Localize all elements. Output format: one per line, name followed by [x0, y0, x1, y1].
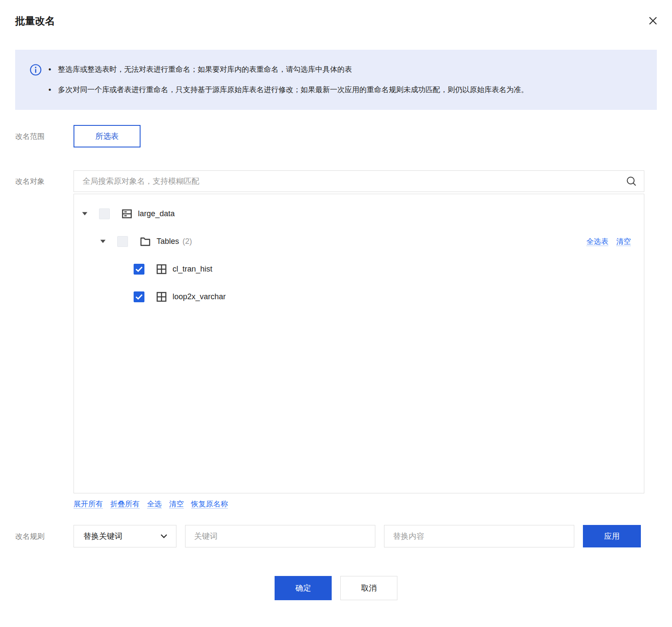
- database-checkbox[interactable]: [99, 208, 110, 219]
- selected-tables-toggle[interactable]: 所选表: [74, 125, 141, 147]
- close-button[interactable]: [645, 13, 661, 29]
- dialog-title: 批量改名: [15, 14, 657, 27]
- object-search-box: [74, 170, 644, 192]
- rename-objects-label: 改名对象: [15, 170, 74, 186]
- info-banner: 整选库或整选表时，无法对表进行重命名；如果要对库内的表重命名，请勾选库中具体的表…: [15, 50, 657, 110]
- select-all-link[interactable]: 全选: [147, 499, 162, 509]
- tables-count: (2): [182, 237, 192, 246]
- confirm-button[interactable]: 确定: [275, 576, 332, 600]
- rename-scope-row: 改名范围 所选表: [0, 125, 672, 147]
- rename-objects-row: 改名对象: [0, 170, 672, 509]
- select-all-tables-link[interactable]: 全选表: [586, 237, 608, 246]
- collapse-all-link[interactable]: 折叠所有: [110, 499, 140, 509]
- tree-row-table: cl_tran_hist: [74, 255, 644, 283]
- table-checkbox-checked[interactable]: [134, 264, 144, 275]
- object-search-input[interactable]: [83, 177, 626, 186]
- table-name: cl_tran_hist: [173, 265, 212, 274]
- tree-row-database: large_data: [74, 200, 644, 227]
- rename-rule-row: 改名规则 替换关键词 应用: [0, 525, 672, 547]
- cancel-button[interactable]: 取消: [340, 576, 397, 600]
- table-name: loop2x_varchar: [173, 292, 226, 301]
- table-icon: [157, 292, 166, 302]
- apply-button[interactable]: 应用: [583, 525, 641, 547]
- dialog-header: 批量改名: [0, 0, 672, 27]
- banner-text: 整选库或整选表时，无法对表进行重命名；如果要对库内的表重命名，请勾选库中具体的表…: [48, 61, 528, 98]
- chevron-down-icon: [160, 534, 167, 538]
- rule-type-value: 替换关键词: [83, 531, 122, 541]
- rename-scope-label: 改名范围: [15, 131, 74, 141]
- tables-group-label: Tables: [157, 237, 179, 246]
- replacement-input[interactable]: [384, 525, 574, 547]
- tables-group-checkbox[interactable]: [117, 236, 128, 247]
- clear-tables-link[interactable]: 清空: [616, 237, 631, 246]
- database-name: large_data: [138, 209, 175, 218]
- table-icon: [157, 264, 166, 274]
- restore-names-link[interactable]: 恢复原名称: [191, 499, 228, 509]
- rule-type-select[interactable]: 替换关键词: [74, 525, 176, 547]
- object-tree: large_data Tables (2): [74, 194, 644, 493]
- keyword-input[interactable]: [185, 525, 375, 547]
- search-icon[interactable]: [626, 176, 637, 187]
- dialog-footer: 确定 取消: [0, 576, 672, 600]
- close-icon: [648, 16, 658, 26]
- banner-bullet-2: 多次对同一个库或者表进行重命名，只支持基于源库原始库表名进行修改；如果最新一次应…: [48, 82, 528, 98]
- info-icon: [30, 64, 42, 77]
- rename-objects-panel: large_data Tables (2): [74, 170, 644, 509]
- caret-down-icon[interactable]: [100, 239, 106, 243]
- batch-rename-dialog: 批量改名 整选库或整选表时，无法对表进行重命名；如果要对库内的表重命名，请勾选库…: [0, 0, 672, 627]
- database-icon: [122, 209, 132, 219]
- banner-bullet-1: 整选库或整选表时，无法对表进行重命名；如果要对库内的表重命名，请勾选库中具体的表: [48, 61, 528, 78]
- folder-icon: [140, 237, 150, 246]
- clear-link[interactable]: 清空: [169, 499, 184, 509]
- caret-down-icon[interactable]: [82, 211, 88, 216]
- tree-row-tables-group: Tables (2) 全选表 清空: [74, 227, 644, 255]
- table-checkbox-checked[interactable]: [134, 291, 144, 302]
- expand-all-link[interactable]: 展开所有: [74, 499, 103, 509]
- tree-actions-bar: 展开所有 折叠所有 全选 清空 恢复原名称: [74, 499, 644, 509]
- rename-rule-label: 改名规则: [15, 531, 74, 541]
- tables-group-actions: 全选表 清空: [586, 237, 631, 246]
- tree-row-table: loop2x_varchar: [74, 283, 644, 310]
